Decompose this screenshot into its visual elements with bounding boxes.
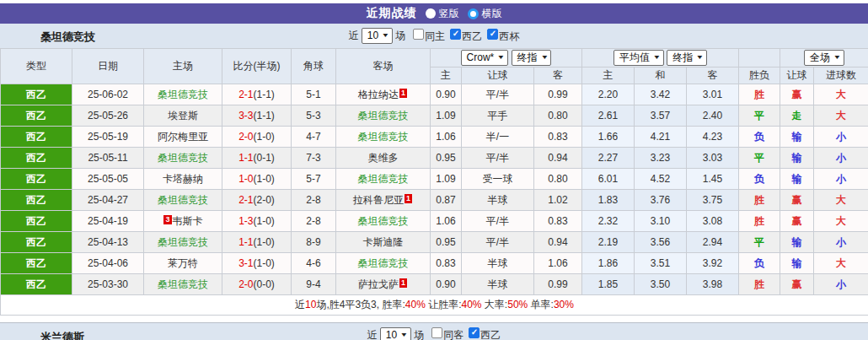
- handicap-result-cell: 走: [780, 105, 814, 127]
- avg-home-cell: 2.32: [582, 211, 635, 232]
- handicap-result-cell: 赢: [780, 274, 814, 295]
- league-cell: 西乙: [1, 84, 72, 105]
- date-cell: 25-04-13: [72, 232, 144, 253]
- handicap-cell: 平/半: [462, 211, 534, 232]
- average-select-value: 平均值: [619, 51, 650, 63]
- layout-vertical-label: 竖版: [439, 7, 459, 21]
- avg-draw-cell: 3.51: [635, 253, 687, 274]
- full-match-select-value: 全场: [810, 51, 830, 63]
- bookmaker-select-value: Crow*: [467, 51, 495, 63]
- average-select[interactable]: 平均值▼: [613, 50, 664, 66]
- avg-away-cell: 3.92: [687, 253, 739, 274]
- filter-checkbox-label: 西杯: [499, 30, 519, 42]
- handicap-result-cell: 输: [780, 169, 814, 190]
- results-table: 类型 日期 主场 比分(半场) 角球 客场 Crow*▼ 终指▼ 平均值▼ 终指…: [0, 48, 868, 316]
- avg-home-cell: 2.61: [582, 105, 635, 127]
- summary-stats: 近10场,胜4平3负3, 胜率:40% 让胜率:40% 大率:50% 单率:30…: [1, 295, 868, 316]
- radio-vertical-icon[interactable]: [426, 8, 436, 19]
- next-filter-checkbox-西乙[interactable]: [469, 327, 480, 338]
- handicap-result-cell: 输: [780, 232, 814, 253]
- layout-option-horizontal[interactable]: 横版: [468, 7, 502, 21]
- away-team-cell: 桑坦德竞技: [336, 169, 431, 190]
- filter-checkbox-同主[interactable]: [413, 29, 424, 40]
- avg-home-cell: 1.85: [582, 274, 635, 295]
- home-team-cell: 桑坦德竞技: [144, 148, 222, 169]
- away-team-cell: 拉科鲁尼亚1: [336, 190, 431, 211]
- date-cell: 25-05-19: [72, 127, 144, 148]
- date-cell: 25-05-26: [72, 105, 144, 127]
- home-odds-cell: 1.06: [431, 211, 462, 232]
- avg-draw-cell: 3.56: [635, 232, 687, 253]
- handicap-cell: 半球: [462, 274, 534, 295]
- odds-stage-select-2[interactable]: 终指▼: [667, 50, 707, 66]
- summary-text: 场,胜4平3负3, 胜率:: [316, 299, 405, 310]
- corner-cell: 8-9: [292, 232, 336, 253]
- full-match-select[interactable]: 全场▼: [804, 50, 844, 66]
- date-cell: 25-04-27: [72, 190, 144, 211]
- avg-draw-cell: 3.42: [635, 84, 687, 105]
- match-row: 西乙25-04-193韦斯卡1-3(1-0)2-8桑坦德竞技1.06平/半0.8…: [1, 211, 868, 232]
- avg-draw-cell: 3.50: [635, 274, 687, 295]
- corner-cell: 9-4: [292, 274, 336, 295]
- summary-highlight: 30%: [554, 299, 574, 310]
- home-odds-cell: 0.90: [431, 84, 462, 105]
- team-name: 桑坦德竞技: [40, 30, 95, 45]
- next-filter-checkbox-同客[interactable]: [431, 327, 442, 338]
- result-cell: 胜: [739, 84, 780, 105]
- avg-away-cell: 1.45: [687, 169, 739, 190]
- handicap-result-cell: 输: [780, 127, 814, 148]
- layout-horizontal-label: 横版: [482, 7, 502, 21]
- handicap-cell: 半球: [462, 190, 534, 211]
- date-cell: 25-04-19: [72, 211, 144, 232]
- avg-home-cell: 2.27: [582, 148, 635, 169]
- filter-checkbox-西乙[interactable]: [450, 29, 461, 40]
- goals-result-cell: 小: [814, 232, 868, 253]
- home-team-cell: 阿尔梅里亚: [144, 127, 222, 148]
- match-row: 西乙25-05-26埃登斯3-3(1-1)5-3桑坦德竞技1.09平手0.802…: [1, 105, 868, 127]
- matches-suffix-label: 场: [414, 328, 424, 340]
- date-cell: 25-05-05: [72, 169, 144, 190]
- away-odds-cell: 0.99: [534, 274, 582, 295]
- league-cell: 西乙: [1, 105, 72, 127]
- away-odds-cell: 0.94: [534, 232, 582, 253]
- next-match-count-select[interactable]: 10 ▼: [380, 327, 411, 340]
- handicap-cell: 平/半: [462, 232, 534, 253]
- home-team-cell: 桑坦德竞技: [144, 274, 222, 295]
- sub-header-home-odds: 主: [431, 67, 462, 84]
- home-team-cell: 桑坦德竞技: [144, 84, 222, 105]
- match-count-value: 10: [367, 30, 378, 41]
- filter-checkbox-label: 西乙: [462, 30, 482, 42]
- handicap-cell: 半/一: [462, 127, 534, 148]
- handicap-result-cell: 输: [780, 148, 814, 169]
- bookmaker-select[interactable]: Crow*▼: [461, 50, 509, 66]
- match-row: 西乙25-04-27桑坦德竞技2-1(2-0)2-8拉科鲁尼亚10.87半球1.…: [1, 190, 868, 211]
- home-team-cell: 卡塔赫纳: [144, 169, 222, 190]
- filter-checkbox-西杯[interactable]: [487, 29, 498, 40]
- odds-stage-select-2-value: 终指: [672, 51, 693, 63]
- layout-option-vertical[interactable]: 竖版: [426, 7, 459, 21]
- next-team-name: 米兰德斯: [40, 330, 84, 340]
- corner-cell: 5-3: [292, 105, 336, 127]
- sub-header-avg-draw: 和: [635, 67, 687, 84]
- match-count-select[interactable]: 10 ▼: [362, 28, 393, 44]
- match-row: 西乙25-05-05卡塔赫纳1-0(1-0)5-7桑坦德竞技1.09受一球0.8…: [1, 169, 868, 190]
- radio-horizontal-icon[interactable]: [468, 8, 479, 19]
- chevron-down-icon: ▼: [653, 51, 662, 63]
- away-team-cell: 桑坦德竞技: [336, 211, 431, 232]
- date-cell: 25-04-06: [72, 253, 144, 274]
- match-row: 西乙25-05-19阿尔梅里亚2-0(1-0)4-7桑坦德竞技1.06半/一0.…: [1, 127, 868, 148]
- match-row: 西乙25-03-30桑坦德竞技2-0(0-0)9-4萨拉戈萨10.90半球0.9…: [1, 274, 868, 295]
- away-team-cell: 格拉纳达1: [336, 84, 431, 105]
- odds-stage-select-1-value: 终指: [517, 51, 538, 63]
- avg-home-cell: 6.01: [582, 169, 635, 190]
- sub-header-handicap-result: 让球: [780, 67, 814, 84]
- goals-result-cell: 大: [814, 84, 868, 105]
- rank-badge: 1: [399, 278, 407, 288]
- avg-away-cell: 4.23: [687, 127, 739, 148]
- title-bar: 近期战绩 竖版 横版: [0, 3, 868, 24]
- avg-draw-cell: 4.21: [635, 127, 687, 148]
- next-filter-checkbox-group: 同客西乙: [426, 327, 501, 340]
- home-odds-cell: 0.90: [431, 274, 462, 295]
- result-cell: 平: [739, 105, 780, 127]
- odds-stage-select-1[interactable]: 终指▼: [512, 50, 552, 66]
